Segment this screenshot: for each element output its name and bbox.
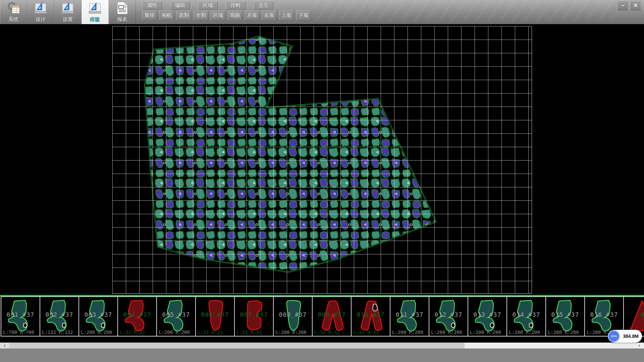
scrollbar-thumb[interactable] [9, 343, 465, 349]
piece-lr-count: L:31 R:31 [236, 329, 262, 335]
memory-value: 384.8M [623, 330, 639, 343]
piece-id: 004_#37 [118, 311, 156, 318]
minimize-button[interactable]: – [617, 1, 629, 10]
thumbnail-004[interactable]: 004_#37 L:31 R:31 [117, 296, 157, 337]
menu-interact[interactable]: 交互 [254, 1, 273, 10]
piece-id: 013_#37 [468, 311, 506, 318]
main-button-group: 系统 设计 设置 [0, 0, 136, 24]
menu-row-2: 聚排 相机 选割 全割 区域 瑕疵 左靠 右靠 上靠 下靠 [142, 10, 311, 20]
report-icon [115, 1, 129, 15]
thumbnail-005[interactable]: 005_#37 L:200 R:200 [156, 296, 196, 337]
tool-align-bottom[interactable]: 下靠 [296, 10, 311, 20]
settings-button[interactable]: 设置 [54, 0, 82, 24]
settings-button-label: 设置 [54, 16, 81, 23]
percent-circle[interactable]: 38% [608, 330, 620, 342]
design-button-label: 设计 [27, 16, 54, 23]
ruler-icon [34, 1, 47, 15]
thumbnail-006[interactable]: 006_#37 L:21 R:21 [195, 296, 235, 337]
thumbnail-009[interactable]: 009_#37 L:32 R:31 [312, 296, 352, 337]
thumbnail-cells: 001_#37 L:700 R:700 002_#37 L:132 R:132 … [1, 296, 644, 337]
horizontal-scrollbar[interactable]: ‹ › [0, 343, 644, 349]
piece-id: 010_#37 [352, 311, 390, 318]
toolbar: 系统 设计 设置 [0, 0, 644, 24]
piece-id: 009_#37 [313, 311, 351, 318]
piece-lr-count: L:31 R:31 [120, 329, 145, 335]
piece-lr-count: L:132 R:132 [42, 329, 73, 335]
piece-lr-count: L:21 R:21 [198, 329, 223, 335]
scroll-right-arrow[interactable]: › [635, 343, 644, 349]
piece-id: 015_#37 [546, 311, 584, 318]
piece-thumbnail-strip: 001_#37 L:700 R:700 002_#37 L:132 R:132 … [0, 295, 644, 343]
piece-id: 014_#37 [507, 311, 545, 318]
piece-id: 008_#37 [274, 311, 312, 318]
nested-hide[interactable] [0, 24, 644, 295]
menu-edit[interactable]: 编辑 [170, 1, 190, 10]
ruler-icon [88, 1, 102, 15]
thumbnail-001[interactable]: 001_#37 L:700 R:700 [1, 296, 40, 337]
toolbar-hatch-texture [306, 0, 618, 21]
thumbnail-013[interactable]: 013_#37 L:200 R:200 [468, 296, 507, 337]
thumbnail-003[interactable]: 003_#37 L:200 R:200 [78, 296, 118, 337]
menu-nesting[interactable]: 排料 [226, 1, 246, 10]
piece-id: 0 [624, 311, 644, 318]
system-button[interactable]: 系统 [0, 0, 27, 24]
design-button[interactable]: 设计 [27, 0, 54, 24]
piece-lr-count: L:200 R:200 [470, 329, 501, 335]
piece-lr-count: L:200 R:200 [275, 329, 307, 335]
piece-id: 005_#37 [157, 311, 195, 318]
thumbnail-015[interactable]: 015_#37 L:200 R:200 [545, 296, 585, 337]
piece-id: 012_#37 [429, 311, 468, 318]
piece-id: 006_#37 [196, 311, 234, 318]
memory-overlay-badge[interactable]: 38% 384.8M [608, 330, 642, 343]
menu-region[interactable]: 区域 [198, 1, 218, 10]
layout-button-label: 排版 [82, 16, 108, 23]
tool-select-cut[interactable]: 选割 [176, 10, 191, 20]
menu-properties[interactable]: 属性 [142, 1, 162, 10]
close-button[interactable]: ✕ [630, 1, 641, 10]
menu-row-1: 属性 编辑 区域 排料 交互 [142, 1, 273, 10]
piece-lr-count: L:200 R:200 [431, 329, 462, 335]
thumbnail-010[interactable]: 010_#37 L:33 R:33 [351, 296, 390, 337]
piece-lr-count: L:200 R:200 [392, 329, 423, 335]
tool-cluster-nest[interactable]: 聚排 [142, 10, 157, 20]
tool-cut-all[interactable]: 全割 [194, 10, 208, 20]
report-button-label: 报表 [109, 16, 136, 23]
gear-icon [7, 1, 20, 15]
nesting-canvas[interactable] [0, 24, 644, 295]
thumbnail-014[interactable]: 014_#37 L:200 R:200 [506, 296, 546, 337]
tool-region[interactable]: 区域 [211, 10, 225, 20]
tool-camera[interactable]: 相机 [159, 10, 174, 20]
tool-align-top[interactable]: 上靠 [279, 10, 294, 20]
piece-id: 016_#37 [585, 311, 623, 318]
piece-id: 011_#37 [390, 311, 429, 318]
thumbnail-011[interactable]: 011_#37 L:200 R:200 [390, 296, 429, 337]
piece-lr-count: L:200 R:200 [81, 329, 112, 335]
piece-lr-count: L:200 R:200 [548, 329, 579, 335]
piece-lr-count: L:200 R:200 [509, 329, 540, 335]
thumbnail-007[interactable]: 007_#37 L:31 R:31 [234, 296, 274, 337]
piece-lr-count: L:32 R:31 [314, 329, 340, 335]
status-bar [0, 349, 644, 362]
piece-id: 002_#37 [40, 311, 78, 318]
piece-lr-count: L:200 R:200 [159, 329, 190, 335]
window-controls: – ✕ [617, 1, 641, 10]
piece-id: 007_#37 [235, 311, 273, 318]
ruler-icon [61, 1, 74, 15]
piece-id: 003_#37 [79, 311, 117, 318]
layout-button-active[interactable]: 排版 [82, 0, 109, 24]
tool-defect[interactable]: 瑕疵 [228, 10, 243, 20]
piece-lr-count: L:700 R:700 [3, 329, 34, 335]
piece-id: 001_#37 [1, 311, 40, 318]
thumbnail-012[interactable]: 012_#37 L:200 R:200 [429, 296, 468, 337]
scroll-left-arrow[interactable]: ‹ [0, 343, 9, 349]
tool-align-left[interactable]: 左靠 [245, 10, 260, 20]
thumbnail-002[interactable]: 002_#37 L:132 R:132 [40, 296, 79, 337]
thumbnail-008[interactable]: 008_#37 L:200 R:200 [273, 296, 313, 337]
report-button[interactable]: 报表 [109, 0, 136, 24]
piece-lr-count: L:33 R:33 [353, 329, 379, 335]
hide-outline[interactable] [145, 36, 436, 272]
system-button-label: 系统 [0, 16, 27, 23]
tool-align-right[interactable]: 右靠 [262, 10, 277, 20]
